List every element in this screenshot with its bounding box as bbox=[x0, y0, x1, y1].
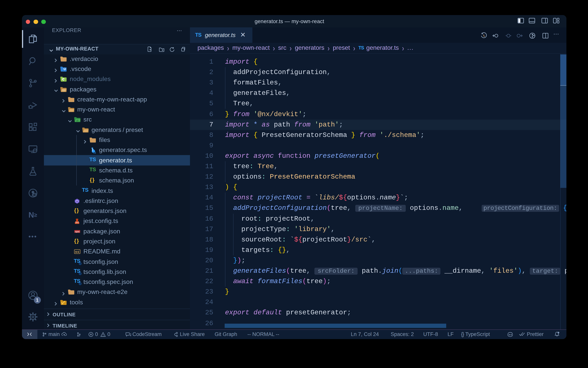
svg-text:TS: TS bbox=[93, 151, 96, 154]
svg-text:JS: JS bbox=[63, 79, 65, 80]
svg-text:⟨/⟩: ⟨/⟩ bbox=[76, 120, 79, 122]
svg-text:npm: npm bbox=[75, 230, 79, 233]
svg-text:M: M bbox=[75, 250, 77, 253]
